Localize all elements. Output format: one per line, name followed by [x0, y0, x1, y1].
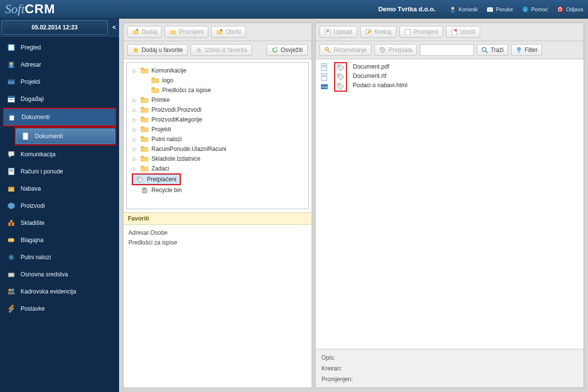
file-name[interactable]: Document.pdf: [353, 63, 407, 70]
tree-row[interactable]: ▷RacuniPonude.UlazniRacuni: [132, 144, 306, 154]
main-area: Dodaj Promijeni Obriši Dodaj u favorite …: [119, 19, 588, 392]
nav-label: Komunikacija: [21, 151, 55, 158]
tree-row[interactable]: logo: [143, 75, 306, 85]
tree-row[interactable]: ▷Proizvodi.Proizvodi: [132, 105, 306, 115]
expand-arrow-icon[interactable]: ▷: [133, 98, 138, 103]
folder-icon: [151, 77, 159, 84]
nav-nabava[interactable]: Nabava: [3, 180, 116, 197]
add-button[interactable]: Dodaj: [127, 26, 162, 38]
svg-point-11: [10, 62, 13, 65]
tree-recycle[interactable]: Recycle bin: [132, 185, 306, 195]
btn-label: Filter: [525, 47, 538, 53]
nav-projekti[interactable]: Projekti: [3, 74, 116, 90]
tree-row[interactable]: Predlošci za ispise: [143, 85, 306, 95]
detail-opis: Opis:: [321, 354, 578, 361]
expand-arrow-icon[interactable]: ▷: [133, 147, 138, 152]
subscribe-button[interactable]: Pretplata: [374, 44, 417, 56]
expand-arrow-icon[interactable]: ▷: [133, 166, 138, 172]
tree-row[interactable]: ▷ProizvodiKategorije: [132, 115, 306, 124]
nav-pregled[interactable]: Pregled: [3, 39, 116, 56]
btn-label: Promijeni: [414, 28, 438, 35]
nav-putni[interactable]: Putni nalozi: [3, 249, 116, 266]
nav-dokumenti[interactable]: Dokumenti: [3, 108, 116, 126]
logout-link[interactable]: Odjava: [557, 6, 583, 13]
refresh-button[interactable]: Osvježiti: [267, 44, 308, 56]
fav-del-button[interactable]: Izbriši iz favorita: [191, 44, 252, 56]
search-button[interactable]: Traži: [477, 44, 508, 56]
edit-button[interactable]: Promijeni: [165, 26, 208, 38]
help-label: Pomoć: [531, 6, 548, 12]
document-icon: [21, 132, 30, 141]
help-link[interactable]: i Pomoć: [522, 6, 548, 13]
nav-proizvodi[interactable]: Proizvodi: [3, 197, 116, 214]
nav-komunikacija[interactable]: Komunikacija: [3, 146, 116, 163]
info-icon: i: [522, 6, 529, 13]
tree-row[interactable]: ▷Putni nalozi: [132, 134, 306, 144]
nav-label: Nabava: [21, 185, 41, 192]
upload-button[interactable]: Upload: [319, 26, 357, 38]
messages-link[interactable]: Poruke: [487, 6, 513, 13]
nav-racuni[interactable]: Računi i ponude: [3, 163, 116, 180]
folder-tree[interactable]: ▷Komunikacije logo Predlošci za ispise ▷…: [127, 63, 308, 209]
tree-pretplaceni[interactable]: Pretplaćeni: [133, 174, 180, 184]
tree-row[interactable]: ▷Projekti: [132, 124, 306, 134]
svg-point-72: [482, 48, 486, 51]
reserve-button[interactable]: Rezerviranje: [319, 44, 371, 56]
fav-add-button[interactable]: Dodaj u favorite: [127, 44, 188, 56]
tree-row[interactable]: ▷Primke: [132, 95, 306, 105]
overview-icon: [7, 43, 16, 52]
svg-rect-66: [143, 188, 146, 189]
nav-skladiste[interactable]: Skladište: [3, 215, 116, 231]
folder-icon: [141, 146, 148, 152]
expand-arrow-icon[interactable]: ▷: [133, 107, 138, 113]
expand-arrow-icon[interactable]: ▷: [133, 117, 138, 122]
svg-point-83: [339, 66, 340, 67]
cube-icon: [7, 201, 16, 210]
file-name[interactable]: Podaci o nabavi.html: [353, 82, 407, 89]
cash-icon: [7, 236, 16, 245]
expand-arrow-icon[interactable]: ▷: [133, 127, 138, 132]
edit-icon: [404, 28, 411, 35]
file-name[interactable]: Document.rtf: [353, 73, 407, 79]
svg-rect-26: [9, 171, 13, 172]
user-link[interactable]: Korisnik: [449, 6, 478, 13]
filter-button[interactable]: Filter: [511, 44, 542, 56]
nav-label: Kadrovska evidencija: [21, 288, 76, 295]
expand-arrow-icon[interactable]: ▷: [133, 156, 138, 162]
collapse-button[interactable]: <: [109, 19, 119, 36]
nav-sub-dokumenti[interactable]: Dokumenti: [16, 128, 115, 144]
tree-row[interactable]: ▷Komunikacije: [132, 66, 306, 75]
svg-rect-48: [151, 87, 155, 89]
search-input[interactable]: [420, 44, 474, 56]
tree-label: Zadaci: [151, 165, 169, 172]
btn-label: Pretplata: [389, 47, 412, 53]
delete-file-button[interactable]: Izbriši: [446, 26, 480, 38]
tree-row[interactable]: ▷Zadaci: [132, 164, 306, 173]
svg-rect-14: [8, 79, 15, 81]
nav-adresar[interactable]: Adresar: [3, 56, 116, 73]
nav-osnovna[interactable]: Osnovna sredstva: [3, 266, 116, 283]
file-html-icon: HTML: [320, 83, 328, 91]
delete-button[interactable]: Obriši: [211, 26, 245, 38]
svg-rect-76: [322, 65, 326, 66]
edit-file-button[interactable]: Promijeni: [399, 26, 443, 38]
expand-arrow-icon[interactable]: ▷: [133, 137, 138, 142]
nav-dogadaji[interactable]: Događaji: [3, 91, 116, 107]
nav-blagajna[interactable]: Blagajna: [3, 232, 116, 248]
warehouse-icon: [7, 219, 16, 227]
svg-rect-64: [141, 166, 144, 168]
svg-rect-17: [9, 99, 10, 100]
file-list: HTML Document.pdf Document.rtf Podaci o …: [316, 59, 584, 349]
folder-icon: [141, 97, 148, 103]
favorite-item[interactable]: Predlošci za ispise: [128, 238, 307, 247]
nav: Pregled Adresar Projekti Događaji Dokume…: [0, 37, 119, 319]
nav-kadrovska[interactable]: Kadrovska evidencija: [3, 283, 116, 300]
svg-rect-9: [9, 45, 14, 50]
svg-rect-50: [141, 97, 144, 99]
logo-crm: CRM: [24, 1, 55, 16]
favorite-item[interactable]: Adresar.Osobe: [128, 228, 307, 238]
tree-row[interactable]: ▷Skladiste.Izdatnice: [132, 154, 306, 164]
create-button[interactable]: Kreiraj: [360, 26, 396, 38]
expand-arrow-icon[interactable]: ▷: [133, 68, 138, 74]
nav-postavke[interactable]: Postavke: [3, 300, 116, 317]
